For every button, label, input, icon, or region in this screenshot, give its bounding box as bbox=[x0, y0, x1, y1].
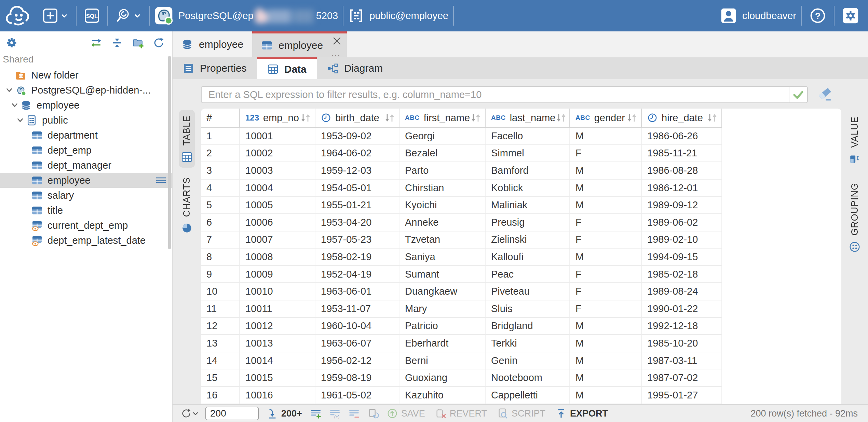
sort-icon[interactable] bbox=[470, 113, 482, 123]
tree-item-employee[interactable]: employee bbox=[0, 173, 172, 188]
row-number[interactable]: 13 bbox=[201, 335, 240, 352]
row-number[interactable]: 9 bbox=[201, 266, 240, 283]
row-number[interactable]: 12 bbox=[201, 318, 240, 335]
row-number[interactable]: 1 bbox=[201, 128, 240, 144]
cell-last_name[interactable]: Koblick bbox=[486, 180, 570, 196]
cell-emp_no[interactable]: 10007 bbox=[240, 231, 315, 248]
sidebar-scrollbar[interactable] bbox=[168, 56, 171, 249]
duplicate-row-icon[interactable]: (+) bbox=[329, 408, 340, 419]
hamburger-menu-icon[interactable] bbox=[155, 175, 166, 185]
sort-icon[interactable] bbox=[706, 113, 718, 123]
cell-last_name[interactable]: Bamford bbox=[486, 162, 570, 179]
collapse-all-icon[interactable] bbox=[111, 37, 123, 48]
cell-hire_date[interactable]: 1986-08-28 bbox=[642, 162, 722, 179]
cell-gender[interactable]: M bbox=[570, 369, 642, 386]
tab-value-panel[interactable]: VALUE bbox=[847, 111, 863, 170]
cell-first_name[interactable]: Kyoichi bbox=[399, 197, 486, 213]
clear-filter-eraser-icon[interactable] bbox=[817, 86, 833, 103]
cell-gender[interactable]: M bbox=[570, 180, 642, 196]
cell-gender[interactable]: M bbox=[570, 197, 642, 213]
cell-last_name[interactable]: Terkki bbox=[486, 335, 570, 352]
cell-last_name[interactable]: Facello bbox=[486, 128, 570, 144]
cell-gender[interactable]: M bbox=[570, 128, 642, 144]
cell-first_name[interactable]: Georgi bbox=[399, 128, 486, 144]
cell-hire_date[interactable]: 1987-07-02 bbox=[642, 369, 722, 386]
export-button[interactable]: EXPORT bbox=[556, 408, 608, 419]
cell-emp_no[interactable]: 10014 bbox=[240, 352, 315, 369]
cell-hire_date[interactable]: 1989-08-24 bbox=[642, 283, 722, 300]
chevron-down-icon[interactable] bbox=[9, 100, 21, 110]
cell-gender[interactable]: F bbox=[570, 145, 642, 162]
connection-selector[interactable]: PostgreSQL@ep 5203 bbox=[154, 6, 338, 25]
row-number[interactable]: 4 bbox=[201, 180, 240, 196]
cell-last_name[interactable]: Genin bbox=[486, 352, 570, 369]
tree-item-department[interactable]: department bbox=[0, 128, 172, 143]
cell-emp_no[interactable]: 10009 bbox=[240, 266, 315, 283]
column-header-last_name[interactable]: ABClast_name bbox=[486, 109, 570, 127]
cell-birth_date[interactable]: 1963-06-07 bbox=[315, 335, 399, 352]
sort-icon[interactable] bbox=[300, 113, 311, 123]
row-number[interactable]: 16 bbox=[201, 387, 240, 404]
cell-emp_no[interactable]: 10003 bbox=[240, 162, 315, 179]
cell-hire_date[interactable]: 1985-10-20 bbox=[642, 335, 722, 352]
tab-properties[interactable]: Properties bbox=[173, 57, 257, 79]
cell-first_name[interactable]: Anneke bbox=[399, 214, 486, 231]
cell-first_name[interactable]: Eberhardt bbox=[399, 335, 486, 352]
column-header-gender[interactable]: ABCgender bbox=[570, 109, 642, 127]
cell-first_name[interactable]: Bezalel bbox=[399, 145, 486, 162]
apply-filter-button[interactable] bbox=[789, 87, 807, 102]
cell-birth_date[interactable]: 1957-05-23 bbox=[315, 231, 399, 248]
row-number[interactable]: 6 bbox=[201, 214, 240, 231]
cell-gender[interactable]: M bbox=[570, 249, 642, 265]
cell-first_name[interactable]: Tzvetan bbox=[399, 231, 486, 248]
schema-selector[interactable]: public@employee bbox=[348, 8, 448, 24]
cell-gender[interactable]: M bbox=[570, 352, 642, 369]
cell-first_name[interactable]: Duangkaew bbox=[399, 283, 486, 300]
cell-first_name[interactable]: Berni bbox=[399, 352, 486, 369]
cell-emp_no[interactable]: 10001 bbox=[240, 128, 315, 144]
cell-birth_date[interactable]: 1956-02-12 bbox=[315, 352, 399, 369]
cell-hire_date[interactable]: 1989-09-12 bbox=[642, 197, 722, 213]
row-number[interactable]: 3 bbox=[201, 162, 240, 179]
cell-first_name[interactable]: Parto bbox=[399, 162, 486, 179]
chevron-down-icon[interactable] bbox=[3, 85, 15, 95]
cell-first_name[interactable]: Chirstian bbox=[399, 180, 486, 196]
cell-hire_date[interactable]: 1986-12-01 bbox=[642, 180, 722, 196]
cell-last_name[interactable]: Preusig bbox=[486, 214, 570, 231]
column-header-birth_date[interactable]: birth_date bbox=[315, 109, 399, 127]
cell-hire_date[interactable]: 1992-12-18 bbox=[642, 318, 722, 335]
cell-first_name[interactable]: Sumant bbox=[399, 266, 486, 283]
row-number[interactable]: 2 bbox=[201, 145, 240, 162]
column-header-emp_no[interactable]: 123emp_no bbox=[240, 109, 315, 127]
cell-emp_no[interactable]: 10012 bbox=[240, 318, 315, 335]
cell-emp_no[interactable]: 10015 bbox=[240, 369, 315, 386]
cell-hire_date[interactable]: 1989-02-10 bbox=[642, 231, 722, 248]
sort-icon[interactable] bbox=[384, 113, 395, 123]
tab-table-presentation[interactable]: TABLE bbox=[179, 110, 195, 168]
tab-employee-table[interactable]: employee … bbox=[252, 31, 347, 57]
cell-first_name[interactable]: Saniya bbox=[399, 249, 486, 265]
cell-birth_date[interactable]: 1954-05-01 bbox=[315, 180, 399, 196]
cell-emp_no[interactable]: 10008 bbox=[240, 249, 315, 265]
cell-last_name[interactable]: Peac bbox=[486, 266, 570, 283]
cell-emp_no[interactable]: 10004 bbox=[240, 180, 315, 196]
new-folder-icon[interactable] bbox=[132, 37, 144, 48]
tab-employee-database[interactable]: employee bbox=[173, 31, 252, 57]
auto-refresh-icon[interactable] bbox=[368, 408, 379, 419]
cell-birth_date[interactable]: 1952-04-19 bbox=[315, 266, 399, 283]
page-size-input[interactable] bbox=[205, 407, 259, 420]
cell-birth_date[interactable]: 1955-01-21 bbox=[315, 197, 399, 213]
cell-gender[interactable]: F bbox=[570, 300, 642, 317]
cell-hire_date[interactable]: 1995-01-27 bbox=[642, 387, 722, 404]
cell-birth_date[interactable]: 1964-06-02 bbox=[315, 145, 399, 162]
cell-hire_date[interactable]: 1986-06-26 bbox=[642, 128, 722, 144]
tree-item-postgresql-ep-hidden-[interactable]: PostgreSQL@ep-hidden-... bbox=[0, 83, 172, 98]
cell-birth_date[interactable]: 1960-10-04 bbox=[315, 318, 399, 335]
cell-last_name[interactable]: Bridgland bbox=[486, 318, 570, 335]
row-number[interactable]: 5 bbox=[201, 197, 240, 213]
row-number[interactable]: 15 bbox=[201, 369, 240, 386]
tree-item-employee[interactable]: employee bbox=[0, 98, 172, 113]
close-icon[interactable] bbox=[333, 37, 341, 45]
cell-last_name[interactable]: Sluis bbox=[486, 300, 570, 317]
cell-hire_date[interactable]: 1985-02-18 bbox=[642, 266, 722, 283]
